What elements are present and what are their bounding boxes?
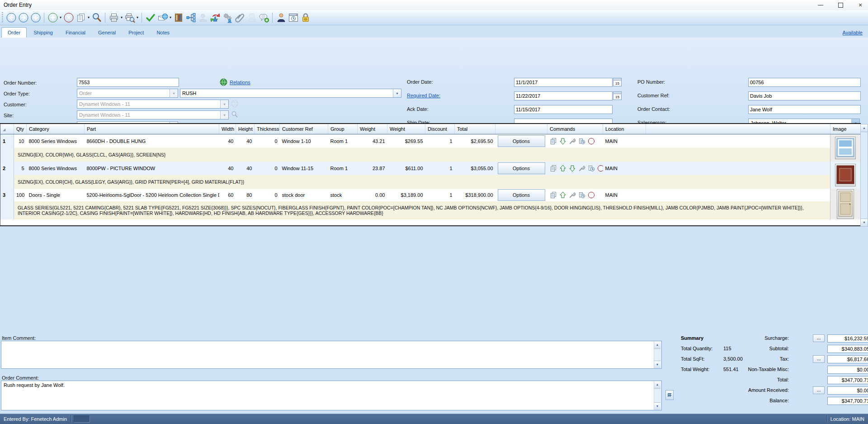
scroll-up-arrow-icon[interactable]: ▲	[654, 341, 660, 349]
delete-item-icon[interactable]	[597, 165, 603, 172]
options-button[interactable]: Options	[498, 162, 545, 174]
move-up-icon[interactable]	[559, 191, 566, 199]
item-options-text[interactable]: SIZING{EX}, COLOR{WH}, GLASS{CLCL, GAS{A…	[14, 148, 830, 162]
ack-date-input[interactable]	[514, 105, 613, 114]
cell-discount[interactable]: 1	[425, 134, 455, 148]
cell-total[interactable]: $2,695.50	[455, 134, 495, 148]
col-header-qty[interactable]: Qty	[14, 124, 27, 134]
scroll-down-arrow-icon[interactable]: ▼	[654, 402, 660, 410]
relations-link[interactable]: Relations	[230, 80, 250, 85]
col-header-width[interactable]: Width	[219, 124, 236, 134]
tab-financial[interactable]: Financial	[60, 28, 91, 38]
col-header-weight[interactable]: Weight	[387, 124, 425, 134]
catalog-button[interactable]	[172, 11, 184, 24]
send-dropdown-caret[interactable]: ▾	[169, 15, 172, 19]
item-image-cell[interactable]	[830, 162, 861, 189]
toolbar-grip[interactable]	[2, 12, 3, 23]
cell-total[interactable]: $3,055.00	[455, 162, 495, 175]
cell-thickness[interactable]: 0	[255, 134, 280, 148]
pricing-icon[interactable]	[588, 165, 595, 172]
cell-weight[interactable]: 43.21	[358, 134, 387, 148]
cell-price[interactable]: $3,189.00	[387, 189, 425, 201]
send-button[interactable]	[156, 11, 169, 24]
cell-group[interactable]: stock	[328, 189, 358, 201]
edit-item-icon[interactable]	[569, 138, 576, 145]
grid-scrollbar[interactable]: ▲ ▼	[860, 124, 868, 227]
row-number[interactable]: 1	[0, 134, 14, 148]
cell-width[interactable]: 40	[219, 162, 236, 175]
col-header-options[interactable]	[495, 124, 547, 134]
col-header-height[interactable]: Height	[236, 124, 255, 134]
move-down-icon[interactable]	[569, 165, 576, 172]
cell-discount[interactable]: 1	[425, 162, 455, 175]
tax-value[interactable]: $6,817.66	[827, 355, 868, 363]
print-dropdown-caret[interactable]: ▾	[120, 15, 123, 19]
order-number-input[interactable]	[77, 78, 179, 87]
scroll-down-arrow-icon[interactable]: ▼	[861, 219, 868, 226]
cell-qty[interactable]: 100	[14, 189, 27, 201]
lock-button[interactable]	[299, 11, 311, 24]
col-header-part[interactable]: Part	[85, 124, 219, 134]
cell-category[interactable]: 8000 Series Windows	[27, 134, 85, 148]
cell-location[interactable]: MAIN	[603, 134, 646, 148]
pricing-icon[interactable]	[578, 138, 585, 145]
cell-category[interactable]: 8000 Series Windows	[27, 162, 85, 175]
contact-button[interactable]	[275, 11, 287, 24]
cell-price[interactable]: $269.55	[387, 134, 425, 148]
item-image-cell[interactable]	[830, 189, 861, 219]
delete-item-icon[interactable]	[588, 191, 595, 199]
available-link[interactable]: Available	[843, 30, 863, 38]
cell-qty[interactable]: 10	[14, 134, 27, 148]
search-button[interactable]	[90, 11, 103, 24]
required-date-calendar-button[interactable]: 15	[613, 91, 622, 100]
cell-part[interactable]: 8660DH - DOUBLE HUNG	[85, 134, 219, 148]
cell-group[interactable]: Room 1	[328, 162, 358, 175]
print-preview-dropdown-caret[interactable]: ▾	[136, 15, 139, 19]
cell-thickness[interactable]: 0	[255, 162, 280, 175]
col-header-category[interactable]: Category	[27, 124, 85, 134]
col-header-image[interactable]: Image	[830, 124, 861, 134]
duplicate-item-icon[interactable]	[550, 138, 557, 145]
cell-width[interactable]: 40	[219, 134, 236, 148]
surcharge-value[interactable]: $16,232.55	[827, 334, 868, 343]
item-options-text[interactable]: GLASS SERIES{GL5221, 5221 CAMING{CABR}, …	[14, 201, 830, 219]
cell-group[interactable]: Room 1	[328, 134, 358, 148]
edit-item-icon[interactable]	[578, 165, 585, 172]
edit-item-icon[interactable]	[569, 191, 576, 199]
relations-tree-button[interactable]	[184, 11, 197, 24]
order-class-combo[interactable]: RUSH ▼	[180, 89, 401, 98]
tab-general[interactable]: General	[92, 28, 122, 38]
duplicate-item-icon[interactable]	[550, 191, 557, 199]
cell-height[interactable]: 80	[236, 189, 255, 201]
cell-category[interactable]: Doors - Single	[27, 189, 85, 201]
surcharge-more-button[interactable]: ...	[813, 334, 825, 342]
col-header-group[interactable]: Group	[328, 124, 358, 134]
options-button[interactable]: Options	[498, 189, 545, 201]
customer-ref-input[interactable]	[748, 91, 861, 100]
duplicate-item-icon[interactable]	[550, 165, 557, 172]
non-taxable-value[interactable]: $0.00	[827, 366, 868, 374]
col-header-weight[interactable]: Weight	[358, 124, 387, 134]
site-search-icon[interactable]	[231, 111, 238, 118]
col-header-total[interactable]: Total	[455, 124, 495, 134]
cell-qty[interactable]: 5	[14, 162, 27, 175]
required-date-link[interactable]: Required Date:	[407, 93, 440, 98]
move-up-icon[interactable]	[559, 165, 566, 172]
order-date-calendar-button[interactable]: 15	[613, 78, 622, 86]
row-number[interactable]: 3	[0, 189, 14, 201]
scroll-down-arrow-icon[interactable]: ▼	[654, 361, 660, 368]
cell-width[interactable]: 60	[219, 189, 236, 201]
cell-customer-ref[interactable]: Window 11-15	[280, 162, 328, 175]
cell-weight[interactable]: 0.00	[358, 189, 387, 201]
print-button[interactable]	[108, 11, 120, 24]
tab-shipping[interactable]: Shipping	[28, 28, 59, 38]
approve-button[interactable]	[144, 11, 156, 24]
required-date-input[interactable]	[514, 91, 613, 100]
row-number[interactable]: 2	[0, 162, 14, 175]
cell-part[interactable]: 5200-Heirlooms-SglDoor - 5200 Heirloom C…	[85, 189, 219, 201]
attachment-button[interactable]	[233, 11, 245, 24]
scroll-up-arrow-icon[interactable]: ▲	[654, 381, 660, 389]
order-class-dropdown-arrow[interactable]: ▼	[393, 89, 401, 97]
cell-price[interactable]: $611.00	[387, 162, 425, 175]
comment-zoom-button[interactable]	[665, 390, 674, 400]
